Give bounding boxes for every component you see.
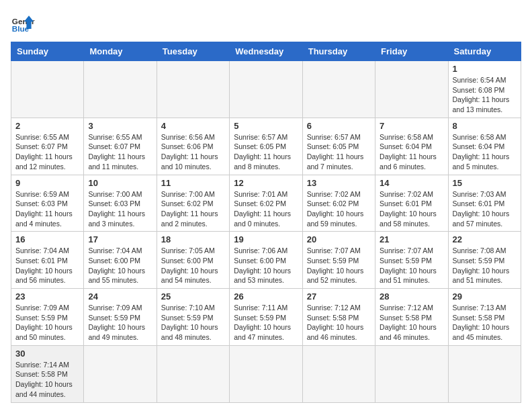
day-number: 22: [453, 234, 517, 244]
day-number: 1: [453, 64, 517, 74]
day-info: Sunrise: 7:12 AM Sunset: 5:58 PM Dayligh…: [380, 303, 443, 342]
day-info: Sunrise: 7:02 AM Sunset: 6:01 PM Dayligh…: [380, 189, 443, 229]
day-number: 17: [88, 234, 152, 244]
calendar-cell: 5Sunrise: 6:57 AM Sunset: 6:05 PM Daylig…: [230, 118, 302, 175]
calendar-cell: 27Sunrise: 7:12 AM Sunset: 5:58 PM Dayli…: [302, 289, 375, 346]
day-number: 4: [161, 121, 225, 131]
week-row-3: 16Sunrise: 7:04 AM Sunset: 6:01 PM Dayli…: [11, 232, 521, 289]
week-row-0: 1Sunrise: 6:54 AM Sunset: 6:08 PM Daylig…: [11, 61, 521, 118]
day-info: Sunrise: 7:01 AM Sunset: 6:02 PM Dayligh…: [234, 189, 298, 229]
calendar-cell: [448, 345, 521, 402]
calendar-cell: 18Sunrise: 7:05 AM Sunset: 6:00 PM Dayli…: [157, 232, 229, 289]
day-number: 9: [15, 178, 79, 188]
day-number: 5: [234, 121, 298, 131]
day-info: Sunrise: 6:59 AM Sunset: 6:03 PM Dayligh…: [15, 189, 79, 229]
day-info: Sunrise: 7:04 AM Sunset: 6:00 PM Dayligh…: [88, 246, 152, 285]
day-info: Sunrise: 7:02 AM Sunset: 6:02 PM Dayligh…: [307, 189, 371, 229]
day-info: Sunrise: 7:12 AM Sunset: 5:58 PM Dayligh…: [307, 303, 371, 342]
calendar-cell: 30Sunrise: 7:14 AM Sunset: 5:58 PM Dayli…: [11, 345, 84, 402]
day-info: Sunrise: 7:04 AM Sunset: 6:01 PM Dayligh…: [15, 246, 79, 285]
day-number: 3: [88, 121, 152, 131]
day-number: 6: [307, 121, 371, 131]
day-info: Sunrise: 6:55 AM Sunset: 6:07 PM Dayligh…: [15, 132, 79, 172]
calendar-cell: 12Sunrise: 7:01 AM Sunset: 6:02 PM Dayli…: [230, 175, 302, 232]
weekday-header-sunday: Sunday: [11, 42, 84, 61]
day-info: Sunrise: 7:03 AM Sunset: 6:01 PM Dayligh…: [453, 189, 517, 229]
week-row-2: 9Sunrise: 6:59 AM Sunset: 6:03 PM Daylig…: [11, 175, 521, 232]
day-number: 11: [161, 178, 225, 188]
calendar-cell: 15Sunrise: 7:03 AM Sunset: 6:01 PM Dayli…: [448, 175, 521, 232]
day-number: 7: [380, 121, 443, 131]
calendar-cell: 22Sunrise: 7:08 AM Sunset: 5:59 PM Dayli…: [448, 232, 521, 289]
day-number: 12: [234, 178, 298, 188]
day-info: Sunrise: 7:07 AM Sunset: 5:59 PM Dayligh…: [380, 246, 443, 285]
weekday-header-friday: Friday: [375, 42, 448, 61]
day-number: 29: [453, 291, 517, 302]
calendar-cell: [157, 61, 229, 118]
calendar-cell: 8Sunrise: 6:58 AM Sunset: 6:04 PM Daylig…: [448, 118, 521, 175]
day-info: Sunrise: 7:14 AM Sunset: 5:58 PM Dayligh…: [15, 360, 79, 400]
day-info: Sunrise: 6:57 AM Sunset: 6:05 PM Dayligh…: [234, 132, 298, 172]
day-number: 2: [15, 121, 79, 131]
calendar-cell: 24Sunrise: 7:09 AM Sunset: 5:59 PM Dayli…: [84, 289, 157, 346]
logo: General Blue: [11, 11, 35, 35]
calendar-cell: 10Sunrise: 7:00 AM Sunset: 6:03 PM Dayli…: [84, 175, 157, 232]
weekday-header-saturday: Saturday: [448, 42, 521, 61]
week-row-4: 23Sunrise: 7:09 AM Sunset: 5:59 PM Dayli…: [11, 289, 521, 346]
header: General Blue: [11, 11, 521, 35]
calendar-cell: [157, 345, 229, 402]
calendar-cell: [230, 61, 302, 118]
calendar-cell: 13Sunrise: 7:02 AM Sunset: 6:02 PM Dayli…: [302, 175, 375, 232]
calendar-cell: 1Sunrise: 6:54 AM Sunset: 6:08 PM Daylig…: [448, 61, 521, 118]
day-number: 8: [453, 121, 517, 131]
day-info: Sunrise: 6:54 AM Sunset: 6:08 PM Dayligh…: [453, 75, 517, 115]
day-number: 23: [15, 291, 79, 302]
day-info: Sunrise: 7:05 AM Sunset: 6:00 PM Dayligh…: [161, 246, 225, 285]
day-number: 24: [88, 291, 152, 302]
day-info: Sunrise: 7:08 AM Sunset: 5:59 PM Dayligh…: [453, 246, 517, 285]
day-info: Sunrise: 7:00 AM Sunset: 6:02 PM Dayligh…: [161, 189, 225, 229]
day-number: 28: [380, 291, 443, 302]
calendar-cell: [11, 61, 84, 118]
calendar-cell: 4Sunrise: 6:56 AM Sunset: 6:06 PM Daylig…: [157, 118, 229, 175]
calendar-cell: 3Sunrise: 6:55 AM Sunset: 6:07 PM Daylig…: [84, 118, 157, 175]
day-info: Sunrise: 7:07 AM Sunset: 5:59 PM Dayligh…: [307, 246, 371, 285]
calendar-cell: 14Sunrise: 7:02 AM Sunset: 6:01 PM Dayli…: [375, 175, 448, 232]
day-number: 19: [234, 234, 298, 244]
day-info: Sunrise: 6:56 AM Sunset: 6:06 PM Dayligh…: [161, 132, 225, 172]
week-row-1: 2Sunrise: 6:55 AM Sunset: 6:07 PM Daylig…: [11, 118, 521, 175]
calendar-cell: 2Sunrise: 6:55 AM Sunset: 6:07 PM Daylig…: [11, 118, 84, 175]
calendar-cell: [84, 345, 157, 402]
day-number: 21: [380, 234, 443, 244]
calendar-cell: 20Sunrise: 7:07 AM Sunset: 5:59 PM Dayli…: [302, 232, 375, 289]
day-info: Sunrise: 7:00 AM Sunset: 6:03 PM Dayligh…: [88, 189, 152, 229]
day-number: 16: [15, 234, 79, 244]
weekday-header-monday: Monday: [84, 42, 157, 61]
calendar-cell: [375, 345, 448, 402]
day-info: Sunrise: 7:11 AM Sunset: 5:59 PM Dayligh…: [234, 303, 298, 342]
day-info: Sunrise: 7:06 AM Sunset: 6:00 PM Dayligh…: [234, 246, 298, 285]
week-row-5: 30Sunrise: 7:14 AM Sunset: 5:58 PM Dayli…: [11, 345, 521, 402]
day-info: Sunrise: 6:57 AM Sunset: 6:05 PM Dayligh…: [307, 132, 371, 172]
calendar-cell: 23Sunrise: 7:09 AM Sunset: 5:59 PM Dayli…: [11, 289, 84, 346]
day-info: Sunrise: 6:58 AM Sunset: 6:04 PM Dayligh…: [453, 132, 517, 172]
day-info: Sunrise: 6:55 AM Sunset: 6:07 PM Dayligh…: [88, 132, 152, 172]
calendar-cell: [375, 61, 448, 118]
calendar: SundayMondayTuesdayWednesdayThursdayFrid…: [11, 42, 521, 403]
day-number: 13: [307, 178, 371, 188]
calendar-cell: 17Sunrise: 7:04 AM Sunset: 6:00 PM Dayli…: [84, 232, 157, 289]
day-number: 18: [161, 234, 225, 244]
day-number: 27: [307, 291, 371, 302]
weekday-header-row: SundayMondayTuesdayWednesdayThursdayFrid…: [11, 42, 521, 61]
calendar-cell: 19Sunrise: 7:06 AM Sunset: 6:00 PM Dayli…: [230, 232, 302, 289]
day-number: 25: [161, 291, 225, 302]
calendar-cell: [302, 345, 375, 402]
weekday-header-thursday: Thursday: [302, 42, 375, 61]
calendar-cell: 21Sunrise: 7:07 AM Sunset: 5:59 PM Dayli…: [375, 232, 448, 289]
day-info: Sunrise: 7:13 AM Sunset: 5:58 PM Dayligh…: [453, 303, 517, 342]
day-number: 26: [234, 291, 298, 302]
calendar-cell: 6Sunrise: 6:57 AM Sunset: 6:05 PM Daylig…: [302, 118, 375, 175]
day-number: 14: [380, 178, 443, 188]
weekday-header-tuesday: Tuesday: [157, 42, 229, 61]
calendar-cell: 16Sunrise: 7:04 AM Sunset: 6:01 PM Dayli…: [11, 232, 84, 289]
